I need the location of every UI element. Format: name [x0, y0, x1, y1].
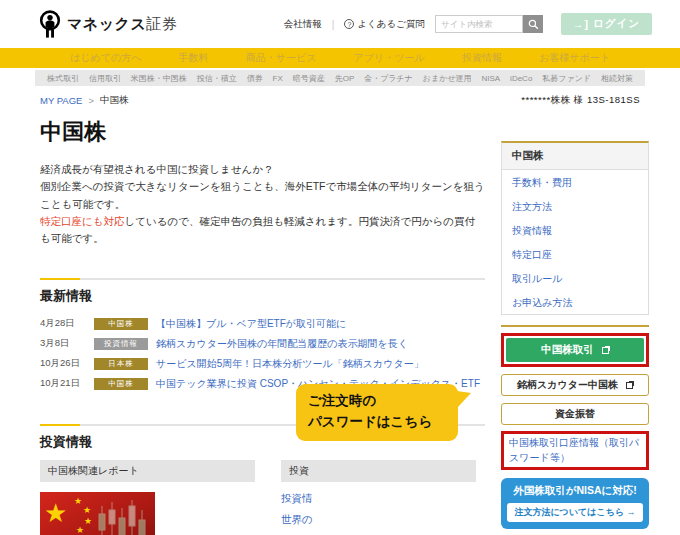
breadcrumb: MY PAGE > 中国株 — [40, 94, 128, 107]
brand-name: マネックス証券 — [67, 15, 177, 34]
news-date: 10月26日 — [40, 357, 86, 370]
news-item: 4月28日 中国株 【中国株】ブル・ベア型ETFが取引可能に — [40, 314, 485, 334]
subnav-ideco[interactable]: iDeCo — [510, 74, 532, 83]
subnav-managed[interactable]: おまかせ運用 — [423, 73, 472, 84]
site-search — [435, 15, 543, 33]
sidebar-item-tokutei-account[interactable]: 特定口座 — [502, 242, 648, 266]
company-info-link[interactable]: 会社情報 — [284, 18, 322, 31]
news-item: 10月26日 日本株 サービス開始5周年！日本株分析ツール「銘柄スカウター」 — [40, 354, 485, 374]
intro-text: 経済成長が有望視される中国に投資しませんか？ 個別企業への投資で大きなリターンを… — [40, 161, 485, 248]
nav-apps[interactable]: アプリ・ツール — [354, 51, 425, 65]
world-index-link[interactable]: 世界の — [281, 513, 476, 527]
breadcrumb-separator: > — [88, 95, 94, 106]
sub-nav-wrap: 株式取引 信用取引 米国株・中国株 投信・積立 債券 FX 暗号資産 先OP 金… — [0, 68, 680, 86]
breadcrumb-mypage-link[interactable]: MY PAGE — [40, 95, 82, 106]
sidebar-item-fees[interactable]: 手数料・費用 — [502, 170, 648, 194]
subnav-margin[interactable]: 信用取引 — [89, 73, 121, 84]
news-section: 最新情報 4月28日 中国株 【中国株】ブル・ベア型ETFが取引可能に 3月8日… — [40, 278, 485, 394]
login-button[interactable]: →] ログイン — [561, 13, 652, 35]
main-column: 中国株 経済成長が有望視される中国に投資しませんか？ 個別企業への投資で大きなリ… — [40, 113, 485, 535]
callout-line-2: パスワードはこちら — [308, 412, 446, 433]
intro-line-2: 個別企業への投資で大きなリターンを狙うことも、海外ETFで市場全体の平均リターン… — [40, 180, 485, 209]
svg-text:★: ★ — [74, 496, 82, 506]
page-title: 中国株 — [40, 117, 485, 147]
news-list: 4月28日 中国株 【中国株】ブル・ベア型ETFが取引可能に 3月8日 投資情報… — [40, 314, 485, 394]
content: 中国株 経済成長が有望視される中国に投資しませんか？ 個別企業への投資で大きなリ… — [0, 107, 680, 535]
user-id: 13S-181SS — [587, 94, 640, 105]
faq-link[interactable]: ? よくあるご質問 — [344, 18, 425, 31]
subnav-bonds[interactable]: 債券 — [247, 73, 263, 84]
fund-transfer-button[interactable]: 資金振替 — [501, 403, 649, 425]
breadcrumb-row: MY PAGE > 中国株 *******株株 様 13S-181SS — [0, 86, 680, 107]
sidebar-item-apply[interactable]: お申込み方法 — [502, 290, 648, 314]
intro-line-1: 経済成長が有望視される中国に投資しませんか？ — [40, 163, 273, 175]
news-date: 10月21日 — [40, 377, 86, 390]
sidebar-item-invest-info[interactable]: 投資情報 — [502, 218, 648, 242]
invest-tools-column: 投資 投資情 世界の 為替レートの履歴 — [281, 460, 476, 535]
news-badge: 投資情報 — [94, 338, 148, 350]
sidebar-item-trade-rules[interactable]: 取引ルール — [502, 266, 648, 290]
user-name: *******株株 様 — [521, 94, 584, 105]
report-column-header: 中国株関連レポート — [40, 460, 255, 482]
invest-tools-link[interactable]: 投資情 — [281, 492, 476, 506]
callout-line-1: ご注文時の — [308, 391, 446, 412]
trade-button-highlight: 中国株取引 — [501, 333, 649, 367]
search-input[interactable] — [435, 15, 523, 33]
gold-divider — [501, 325, 649, 327]
subnav-fx[interactable]: FX — [273, 74, 283, 83]
subnav-nisa[interactable]: NISA — [482, 74, 501, 83]
news-heading: 最新情報 — [40, 287, 485, 305]
external-link-icon — [602, 347, 609, 354]
news-badge: 中国株 — [94, 378, 148, 390]
trade-password-link[interactable]: 中国株取引口座情報（取引パスワード等） — [509, 436, 641, 465]
subnav-private-fund[interactable]: 私募ファンド — [542, 73, 591, 84]
nisa-order-method-button[interactable]: 注文方法についてはこちら → — [507, 503, 643, 522]
page: マネックス証券 会社情報 | ? よくあるご質問 →] ログイン — [0, 0, 680, 535]
site-header: マネックス証券 会社情報 | ? よくあるご質問 →] ログイン — [0, 0, 680, 48]
nav-beginners[interactable]: はじめての方へ — [70, 51, 141, 65]
external-link-icon — [626, 382, 633, 389]
subnav-us-china[interactable]: 米国株・中国株 — [131, 73, 187, 84]
news-link[interactable]: 銘柄スカウター外国株の年間配当履歴の表示期間を長く — [156, 337, 408, 351]
sidebar-item-order-method[interactable]: 注文方法 — [502, 194, 648, 218]
china-report-thumbnail[interactable]: ★ ★ ★ ★ ★ — [40, 492, 155, 535]
subnav-funds[interactable]: 投信・積立 — [197, 73, 237, 84]
news-item: 3月8日 投資情報 銘柄スカウター外国株の年間配当履歴の表示期間を長く — [40, 334, 485, 354]
news-date: 3月8日 — [40, 337, 86, 350]
svg-text:★: ★ — [44, 498, 67, 528]
search-button[interactable] — [523, 15, 543, 33]
svg-text:★: ★ — [84, 516, 92, 526]
news-link[interactable]: サービス開始5周年！日本株分析ツール「銘柄スカウター」 — [156, 357, 424, 371]
news-badge: 中国株 — [94, 318, 148, 330]
invest-columns: 中国株関連レポート — [40, 460, 485, 535]
intro-red-text: 特定口座にも対応 — [40, 215, 125, 227]
subnav-inheritance[interactable]: 相続対策 — [601, 73, 633, 84]
china-trade-button[interactable]: 中国株取引 — [506, 338, 644, 362]
nav-products[interactable]: 商品・サービス — [246, 51, 317, 65]
svg-text:★: ★ — [83, 505, 91, 515]
nav-invest-info[interactable]: 投資情報 — [462, 51, 502, 65]
news-date: 4月28日 — [40, 317, 86, 330]
header-utility: 会社情報 | ? よくあるご質問 →] ログイン — [284, 13, 652, 35]
brand-logo[interactable]: マネックス証券 — [38, 10, 177, 38]
search-icon — [528, 19, 539, 30]
main-nav: はじめての方へ 手数料 商品・サービス アプリ・ツール 投資情報 お客様サポート — [0, 48, 680, 68]
subnav-gold[interactable]: 金・プラチナ — [364, 73, 413, 84]
news-link[interactable]: 【中国株】ブル・ベア型ETFが取引可能に — [156, 317, 346, 331]
monex-logo-icon — [38, 10, 62, 38]
nisa-banner[interactable]: 外国株取引がNISAに対応! 注文方法についてはこちら → — [501, 478, 649, 529]
nav-support[interactable]: お客様サポート — [539, 51, 610, 65]
invest-tools-header: 投資 — [281, 460, 476, 482]
breadcrumb-current: 中国株 — [100, 94, 129, 107]
news-badge: 日本株 — [94, 358, 148, 370]
subnav-crypto[interactable]: 暗号資産 — [293, 73, 325, 84]
sub-nav: 株式取引 信用取引 米国株・中国株 投信・積立 債券 FX 暗号資産 先OP 金… — [35, 70, 645, 86]
sidebar-menu: 中国株 手数料・費用 注文方法 投資情報 特定口座 取引ルール お申込み方法 — [501, 141, 649, 315]
svg-text:★: ★ — [76, 525, 84, 535]
subnav-stock[interactable]: 株式取引 — [47, 73, 79, 84]
nav-fees[interactable]: 手数料 — [179, 51, 209, 65]
question-icon: ? — [344, 19, 354, 29]
scouter-china-button[interactable]: 銘柄スカウター中国株 — [501, 374, 649, 396]
header-divider: | — [332, 19, 335, 30]
subnav-futures[interactable]: 先OP — [335, 73, 355, 84]
